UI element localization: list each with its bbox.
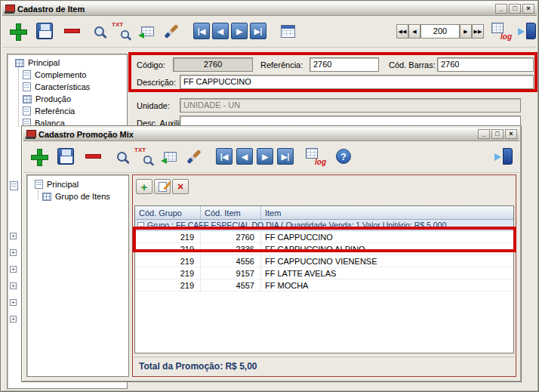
- row-edit-button[interactable]: [154, 179, 171, 194]
- descricao-label: Descrição:: [137, 78, 176, 87]
- transfer-button[interactable]: [135, 19, 159, 43]
- save-button[interactable]: [54, 144, 78, 168]
- nav-last-button[interactable]: ▶|: [277, 148, 294, 165]
- search-button[interactable]: [87, 19, 111, 43]
- cod-barras-label: Cód. Barras:: [389, 60, 436, 69]
- tree-expander[interactable]: +: [10, 299, 17, 306]
- maximize-button[interactable]: □: [509, 4, 521, 14]
- item-window-titlebar[interactable]: Cadastro de Item _ □ ×: [2, 2, 537, 16]
- counter-last-button[interactable]: ▶▶: [472, 24, 484, 39]
- calendar-icon: [281, 25, 295, 38]
- log-button[interactable]: log: [488, 19, 513, 43]
- promo-main-panel: + × Cód. Grupo Cód. Item Item - Grupo : …: [132, 174, 516, 377]
- counter-prev-button[interactable]: ◀: [408, 24, 420, 39]
- referencia-field[interactable]: 2760: [310, 57, 379, 72]
- grid-row[interactable]: 219 9157 FF LATTE AVELAS: [135, 267, 513, 279]
- nav-first-button[interactable]: |◀: [193, 23, 210, 39]
- add-button[interactable]: [5, 19, 29, 43]
- nav-prev-button[interactable]: ◀: [212, 23, 229, 39]
- search-txt-icon: TXT: [134, 147, 154, 166]
- column-header-item[interactable]: Item: [261, 206, 513, 219]
- sidebar-item-caracteristicas[interactable]: Características: [23, 82, 90, 91]
- minimize-button[interactable]: _: [478, 129, 490, 139]
- brush-button[interactable]: [159, 19, 183, 43]
- desktop: Cadastro de Item _ □ × TXT |◀: [0, 0, 539, 392]
- sidebar-item-referencia[interactable]: Referência: [23, 106, 75, 116]
- tree-expander[interactable]: +: [10, 249, 17, 256]
- tree-expander[interactable]: +: [10, 282, 17, 289]
- column-header-cod-item[interactable]: Cód. Item: [201, 206, 261, 219]
- grid-row[interactable]: 219 4556 FF CAPPUCCINO VIENENSE: [135, 255, 513, 267]
- grid-row[interactable]: 219 4557 FF MOCHA: [135, 279, 513, 292]
- group-icon: [42, 193, 51, 201]
- minimize-button[interactable]: _: [495, 4, 507, 14]
- cod-barras-field[interactable]: 2760: [437, 57, 534, 72]
- save-icon: [57, 148, 74, 165]
- search-txt-button[interactable]: TXT: [132, 144, 156, 168]
- record-counter: ◀◀ ◀ 200 ▶ ▶▶: [396, 23, 484, 39]
- sidebar-item-principal[interactable]: Principal: [15, 58, 60, 67]
- delete-button[interactable]: [60, 19, 84, 43]
- grid-row[interactable]: 219 2336 FF CAPPUCCINO ALPINO: [135, 243, 513, 255]
- exit-button[interactable]: [517, 19, 538, 43]
- delete-icon: [64, 29, 80, 33]
- list-icon: [15, 59, 24, 67]
- grid-group-row[interactable]: - Grupo : FF CAFE ESPECIAL DO DIA ( Quan…: [135, 220, 513, 231]
- search-button[interactable]: [109, 144, 134, 168]
- promo-grid: Cód. Grupo Cód. Item Item - Grupo : FF C…: [134, 205, 514, 353]
- delete-icon: [85, 154, 101, 159]
- tree-expander[interactable]: +: [10, 266, 17, 273]
- nav-next-button[interactable]: ▶: [257, 148, 273, 165]
- app-icon: [5, 5, 14, 14]
- save-button[interactable]: [32, 19, 57, 43]
- maximize-button[interactable]: □: [491, 129, 504, 139]
- row-add-button[interactable]: +: [136, 179, 152, 194]
- row-delete-icon: ×: [177, 182, 183, 192]
- search-txt-button[interactable]: TXT: [109, 19, 134, 43]
- doc-icon: [10, 181, 18, 190]
- sidebar-item-producao[interactable]: Produção: [23, 94, 71, 103]
- sidebar-item-principal[interactable]: Principal: [35, 180, 79, 189]
- nav-last-button[interactable]: ▶|: [250, 23, 266, 39]
- tree-expander[interactable]: +: [10, 316, 17, 323]
- counter-value[interactable]: 200: [420, 24, 460, 39]
- help-icon: ?: [336, 149, 351, 164]
- calendar-button[interactable]: [276, 19, 300, 43]
- exit-icon: [518, 23, 537, 39]
- doc-icon: [23, 70, 31, 79]
- tree-expander[interactable]: +: [10, 233, 17, 239]
- transfer-icon: [164, 152, 177, 162]
- column-header-cod-grupo[interactable]: Cód. Grupo: [135, 206, 201, 219]
- save-icon: [36, 23, 53, 39]
- log-icon: log: [491, 22, 510, 40]
- counter-first-button[interactable]: ◀◀: [396, 24, 408, 39]
- counter-next-button[interactable]: ▶: [460, 24, 472, 39]
- brush-button[interactable]: [182, 144, 206, 168]
- transfer-button[interactable]: [158, 144, 182, 168]
- sidebar-item-complemento[interactable]: Complemento: [23, 70, 86, 79]
- exit-icon: [494, 148, 514, 165]
- doc-icon: [23, 106, 31, 116]
- descricao-field[interactable]: FF CAPPUCCINO: [180, 75, 534, 89]
- close-button[interactable]: ×: [505, 129, 517, 139]
- unidade-field[interactable]: UNIDADE - UN: [180, 98, 521, 113]
- add-button[interactable]: [26, 144, 51, 168]
- nav-first-button[interactable]: |◀: [216, 148, 233, 165]
- nav-prev-button[interactable]: ◀: [236, 148, 253, 165]
- transfer-icon: [141, 26, 154, 36]
- codigo-field[interactable]: 2760: [173, 57, 253, 72]
- sidebar-item-grupo-de-itens[interactable]: Grupo de Itens: [42, 192, 110, 201]
- nav-next-button[interactable]: ▶: [231, 23, 248, 39]
- help-button[interactable]: ?: [331, 144, 356, 168]
- collapse-icon[interactable]: -: [137, 222, 144, 229]
- search-icon: [117, 152, 127, 162]
- promo-window-titlebar[interactable]: Cadastro Promoção Mix _ □ ×: [23, 128, 519, 141]
- log-button[interactable]: log: [303, 144, 327, 168]
- delete-button[interactable]: [81, 144, 105, 168]
- close-button[interactable]: ×: [522, 4, 534, 14]
- grid-row-selected[interactable]: 219 2760 FF CAPPUCCINO: [135, 231, 513, 243]
- promo-toolbar: TXT |◀ ◀ ▶ ▶| log ?: [23, 141, 519, 173]
- row-delete-button[interactable]: ×: [172, 179, 189, 194]
- exit-button[interactable]: [494, 144, 515, 168]
- promo-window-title: Cadastro Promoção Mix: [38, 130, 475, 139]
